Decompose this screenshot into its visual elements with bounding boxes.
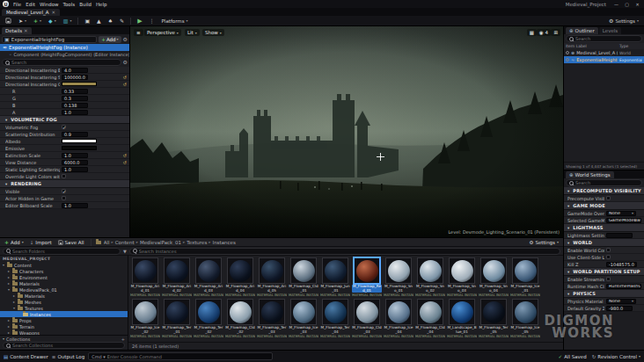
dropdown[interactable]: None▾ [606, 299, 636, 304]
asset-tile[interactable]: M_Flowmap_Ice_04 MATERIAL INSTANCE [384, 299, 413, 338]
property-row[interactable]: ▾ Enable World Composition ▾ ↺ [564, 247, 644, 254]
asset-tile[interactable]: M_Flowmap_Ice_05 MATERIAL INSTANCE [510, 299, 540, 338]
asset-tile[interactable]: M_Flowmap_Ice_01 MATERIAL INSTANCE [510, 257, 540, 297]
filter-icon[interactable]: ▼ [123, 249, 127, 254]
expand-arrow-icon[interactable]: ▸ [12, 300, 16, 304]
visibility-eye-icon[interactable] [566, 58, 569, 62]
property-row[interactable]: ▾ Default Gravity Z -980.0 -980.0▾ ↺ [564, 305, 644, 312]
collections-search[interactable] [3, 342, 125, 349]
actor-picker[interactable]: ▣ ExponentialHeightFog [2, 36, 97, 43]
play-button[interactable]: ▶ [135, 17, 144, 25]
selection-mode-dropdown[interactable]: ➤▾ [16, 17, 29, 25]
property-row[interactable]: ▾ Emissive ▾ ↺ [0, 145, 129, 152]
folder-tree-item[interactable]: ▸ Characters [0, 268, 128, 274]
minimize-button[interactable]: — [612, 1, 620, 7]
landscape-mode-button[interactable]: ▲ [94, 17, 104, 25]
revision-control-button[interactable]: ↻Revision Control▾ [592, 354, 640, 359]
content-drawer-button[interactable]: ▤Content Drawer [4, 354, 48, 359]
asset-tile[interactable]: M_Flowmap_Jun_01 MATERIAL INSTANCE [320, 257, 350, 297]
menu-item[interactable]: Tools [62, 2, 77, 7]
property-row[interactable]: ▾ Kill Z -1048575.0 -1048575.0▾ ↺ [564, 261, 644, 268]
world-settings-search[interactable] [566, 179, 642, 186]
component-child-row[interactable]: ◦ Component (HeightFogComponent) (Editor… [0, 51, 129, 58]
property-row[interactable]: ▾ Directional Inscattering Color ▾ ↺ [0, 81, 129, 88]
property-row[interactable]: ▾ Use Client-Side Level Streaming ▾ ↺ [564, 254, 644, 261]
import-button[interactable]: ↓Import [28, 240, 54, 245]
breadcrumb-item[interactable]: Instances [213, 240, 236, 245]
property-row[interactable]: ▾ WORLD ▾ ↺ [564, 239, 644, 247]
asset-tile[interactable]: M_Flowmap_Sno_04 MATERIAL INSTANCE [479, 257, 509, 297]
perspective-dropdown[interactable]: Perspective▾ [144, 29, 181, 36]
property-value[interactable]: -980.0 [606, 306, 633, 311]
save-button[interactable] [3, 17, 14, 25]
property-value[interactable] [606, 233, 633, 238]
folder-tree-item[interactable]: ▸ Materials [0, 293, 128, 299]
checkbox[interactable] [62, 196, 66, 200]
maximize-button[interactable]: ▢ [623, 1, 631, 7]
expand-arrow-icon[interactable]: ▾ [12, 306, 16, 310]
output-log-button[interactable]: ≡Output Log [52, 354, 84, 359]
color-swatch[interactable] [62, 146, 97, 150]
close-tab-icon[interactable]: ✕ [51, 10, 55, 15]
reset-to-default-icon[interactable]: ↺ [123, 75, 127, 80]
reset-to-default-icon[interactable]: ↺ [123, 160, 127, 165]
expand-arrow-icon[interactable]: ▸ [7, 324, 11, 329]
property-row[interactable]: ▾ Lightmass Settings ▾ ↺ [564, 232, 644, 239]
checkbox[interactable] [62, 174, 66, 178]
asset-tile[interactable]: M_Flowmap_Sno_03 MATERIAL INSTANCE [447, 257, 477, 297]
dropdown[interactable]: GameModeBase▾ [606, 218, 641, 223]
property-row[interactable]: ▾ Directional Inscattering Start Distanc… [0, 74, 129, 81]
property-value[interactable]: 0.33 [62, 89, 88, 94]
platforms-dropdown[interactable]: Platforms▾ [159, 17, 191, 25]
expand-arrow-icon[interactable]: ▸ [7, 281, 11, 286]
property-row[interactable]: ▾ Enable Streaming ▾ ↺ [564, 276, 644, 283]
menu-item[interactable]: Help [94, 2, 109, 7]
asset-tile[interactable]: M_Flowmap_Arid_04 MATERIAL INSTANCE [225, 257, 255, 297]
property-row[interactable]: ▾ Directional Inscattering Exponent 4.0 … [0, 67, 129, 74]
expand-arrow-icon[interactable]: ▸ [7, 275, 11, 279]
add-component-button[interactable]: +Add▾ [99, 36, 121, 43]
save-all-button[interactable]: Save All [56, 240, 86, 245]
property-value[interactable]: 1.0 [62, 153, 88, 158]
property-value[interactable]: 1.0 [62, 110, 88, 115]
property-row[interactable]: ▾ A 1.0 1.0▾ ↺ [0, 109, 129, 116]
console-command-input[interactable] [107, 354, 269, 359]
outliner-row[interactable]: ≈ ExponentialHeightFog ExponentialHeight… [564, 56, 644, 63]
expand-arrow-icon[interactable]: ▾ [7, 287, 11, 292]
asset-tile[interactable]: M_Flowmap_Ter_05 MATERIAL INSTANCE [479, 299, 509, 338]
property-value[interactable]: 0.9 [62, 132, 88, 137]
view-mode-dropdown[interactable]: Lit▾ [185, 29, 200, 36]
property-row[interactable]: ▾ Scattering Distribution 0.9 0.9▾ ↺ [0, 131, 129, 138]
reset-to-default-icon[interactable]: ↺ [123, 153, 127, 158]
property-row[interactable]: ▾ Volumetric Fog ▾ ↺ [0, 124, 129, 131]
breadcrumb-item[interactable]: Content [115, 240, 135, 245]
column-type[interactable]: Type [619, 44, 642, 48]
checkbox[interactable] [606, 277, 611, 281]
dropdown[interactable]: None▾ [606, 211, 636, 216]
property-row[interactable]: ▾ Visible ▾ ↺ [0, 188, 129, 195]
color-swatch[interactable] [62, 139, 97, 143]
folder-tree-item[interactable]: ▸ Props [0, 317, 128, 323]
folder-search[interactable] [3, 248, 121, 255]
outliner-search-input[interactable] [575, 36, 639, 41]
property-value[interactable]: 0.3 [62, 96, 88, 101]
all-saved-indicator[interactable]: ✓All Saved [559, 354, 587, 359]
asset-tile[interactable]: M_Flowmap_Ter_02 MATERIAL INSTANCE [194, 299, 223, 338]
browse-icon[interactable]: ⚙ [123, 37, 128, 42]
column-item-label[interactable]: Item Label [566, 44, 618, 48]
checkbox[interactable] [606, 248, 611, 252]
folder-tree-item[interactable]: ▾ MedievalPack_01 [0, 286, 128, 293]
settings-dropdown[interactable]: ⚙Settings▾ [606, 17, 641, 25]
property-row[interactable]: ▾ Static Lighting Scattering Intensity 1… [0, 166, 129, 173]
reset-to-default-icon[interactable]: ↺ [123, 82, 127, 87]
world-settings-search-input[interactable] [575, 180, 639, 185]
folder-tree-item[interactable]: ▸ Materials [0, 280, 128, 286]
details-search-input[interactable] [11, 60, 118, 65]
outliner-row[interactable]: ⊕ Medieval_Level_A (Editor) World [564, 49, 644, 56]
viewport[interactable]: ≡ Perspective▾ Lit▾ Show▾ ▦ ◉4 ⊞ Level: … [130, 26, 563, 237]
property-row[interactable]: ▾ View Distance 6000.0 6000.0▾ ↺ [0, 159, 129, 166]
folder-tree-item[interactable]: ▸ Environment [0, 274, 128, 280]
folder-tree-item[interactable]: Instances [0, 311, 128, 317]
property-row[interactable]: ▾ Extinction Scale 1.0 1.0▾ ↺ [0, 152, 129, 159]
checkbox[interactable] [62, 189, 66, 193]
